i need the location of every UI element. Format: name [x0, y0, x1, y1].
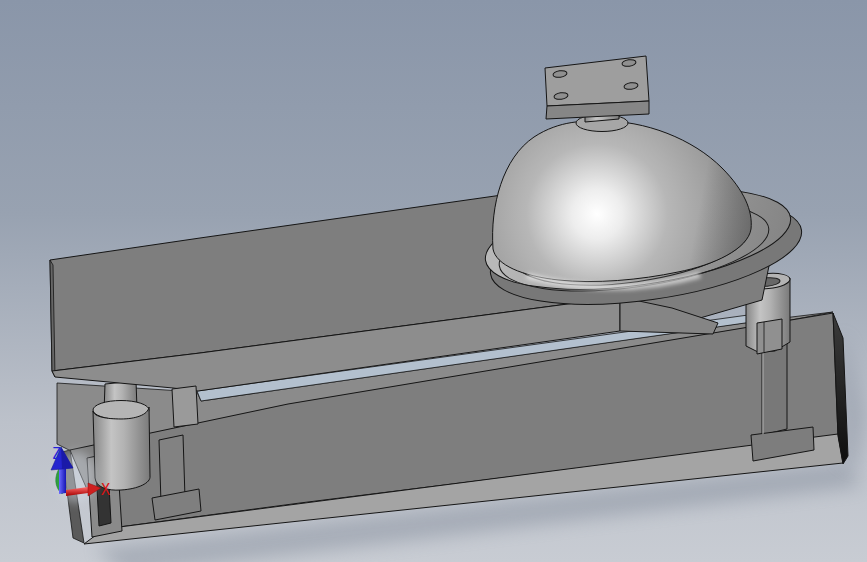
z-axis-shaft	[59, 468, 66, 494]
model-canvas[interactable]: Z X	[0, 0, 867, 562]
bushing-body	[93, 407, 150, 490]
z-axis-label: Z	[52, 445, 61, 463]
upper-plate-front-tab	[172, 386, 198, 427]
bracket-stem	[762, 340, 787, 435]
cad-viewport[interactable]: Z X	[0, 0, 867, 562]
post-notch	[757, 319, 782, 354]
x-axis-label: X	[101, 481, 110, 499]
